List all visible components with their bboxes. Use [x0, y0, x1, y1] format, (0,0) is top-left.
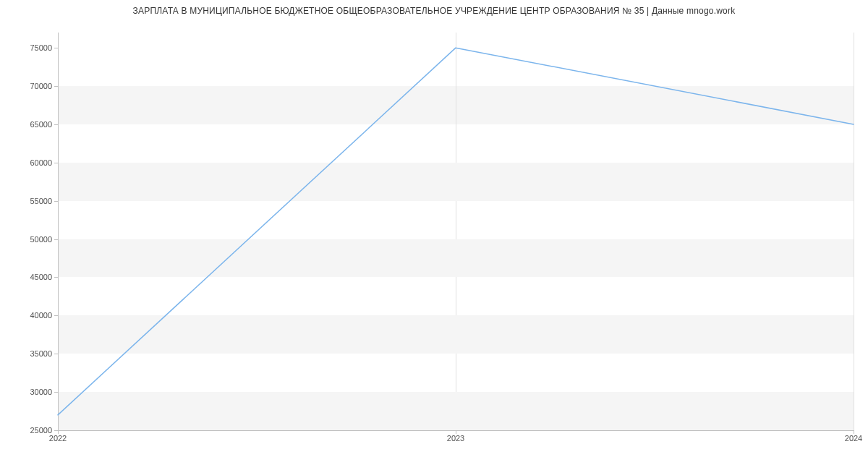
y-tick-label: 60000 — [9, 158, 52, 167]
y-tick-label: 70000 — [9, 82, 52, 90]
salary-line-chart: ЗАРПЛАТА В МУНИЦИПАЛЬНОЕ БЮДЖЕТНОЕ ОБЩЕО… — [0, 0, 868, 470]
y-tick — [54, 392, 58, 393]
x-tick-label: 2022 — [49, 434, 67, 443]
y-tick-label: 45000 — [9, 273, 52, 281]
y-tick-label: 55000 — [9, 197, 52, 205]
y-tick — [54, 277, 58, 278]
x-tick-label: 2024 — [845, 434, 862, 443]
x-tick-label: 2023 — [447, 434, 464, 443]
y-tick — [54, 315, 58, 316]
y-tick — [54, 48, 58, 48]
y-tick — [54, 86, 58, 87]
y-tick — [54, 239, 58, 240]
y-tick-label: 65000 — [9, 120, 52, 129]
plot-area — [58, 33, 854, 431]
y-tick — [54, 354, 58, 354]
line-series — [58, 33, 854, 430]
y-tick — [54, 124, 58, 125]
y-tick-label: 25000 — [9, 426, 52, 435]
y-tick-label: 40000 — [9, 311, 52, 320]
y-tick — [54, 163, 58, 163]
salary-line — [58, 48, 854, 415]
x-gridline — [854, 33, 854, 430]
y-tick-label: 75000 — [9, 43, 52, 52]
chart-title: ЗАРПЛАТА В МУНИЦИПАЛЬНОЕ БЮДЖЕТНОЕ ОБЩЕО… — [0, 0, 868, 16]
y-tick-label: 30000 — [9, 388, 52, 396]
y-tick-label: 50000 — [9, 235, 52, 244]
y-tick-label: 35000 — [9, 349, 52, 358]
y-tick — [54, 201, 58, 202]
